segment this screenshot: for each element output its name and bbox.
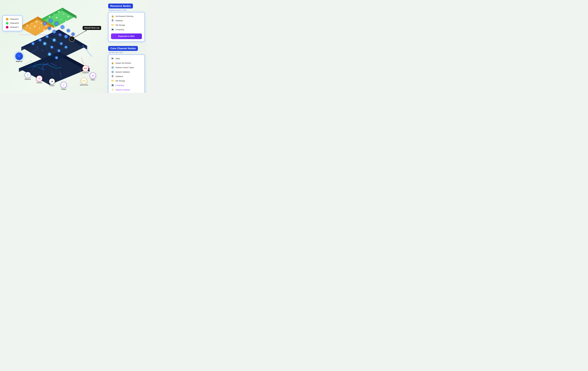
cosmos-label: Cosmos [49, 85, 54, 86]
resource-feature-3: 💻 Computing [111, 28, 142, 31]
svg-point-67 [43, 29, 45, 31]
svg-point-112 [85, 30, 86, 31]
legend-box: Channel A Channel B Channel C [2, 15, 22, 31]
core-feature-7: ⚡ Dispatch workload [111, 88, 142, 91]
resource-feature-0: 🔒 Get Reward If Working [111, 15, 142, 18]
svg-line-122 [83, 46, 92, 57]
database-icon-res: 🗄 [111, 19, 114, 22]
ethereum-label: Ethereum [25, 78, 31, 80]
svg-point-66 [39, 28, 40, 29]
core-nodes-panel: Core Channel Nodes Live since Dec. 2020 … [108, 46, 145, 93]
core-feature-5-label: File Storage [116, 80, 125, 82]
core-feature-6: 💻 Computing [111, 84, 142, 87]
svg-point-74 [63, 13, 64, 15]
core-nodes-box: 🏛 Stake 🔒 Always Get Reward ⚙️ Network C… [108, 54, 145, 93]
core-nodes-title-wrapper: Core Channel Nodes [108, 46, 145, 51]
avalanche-node: AVA Avalanche [82, 65, 89, 74]
svg-point-123 [82, 45, 84, 47]
ethereum-circle: Ξ [25, 72, 31, 78]
channel-a-label: Channel A [10, 18, 19, 20]
alephim-circle: ℵ [15, 53, 23, 60]
resource-nodes-subtitle: Expected to launch in 2021 [108, 9, 145, 11]
core-feature-7-label: Dispatch workload [116, 89, 130, 91]
polkadot-node: ⬡ Polkadot [36, 75, 42, 84]
resource-feature-1-label: Database [116, 20, 123, 21]
core-feature-4: 🗄 Database [111, 75, 142, 78]
alephim-node: ℵ aleph.im [15, 53, 23, 62]
solana-label: Solana [91, 79, 95, 81]
svg-point-59 [26, 24, 28, 26]
core-feature-1: 🔒 Always Get Reward [111, 62, 142, 64]
core-nodes-title: Core Channel Nodes [108, 46, 138, 51]
ubisoft-label: Ubisoft Strat Lab [83, 26, 101, 30]
netvalidation-icon: ⚙️ [111, 71, 114, 73]
core-feature-0: 🏛 Stake [111, 57, 142, 60]
channel-b-label: Channel B [10, 22, 19, 24]
expected-button[interactable]: Expected in 2021 [111, 33, 142, 39]
svg-point-61 [36, 21, 37, 23]
filestorage-icon-res: 📁 [111, 24, 114, 26]
main-container: Channel A Channel B Channel C [0, 0, 147, 93]
resource-feature-2-label: File Storage [116, 24, 125, 26]
svg-point-64 [30, 28, 31, 29]
computing-icon-res: 💻 [111, 28, 114, 31]
svg-point-77 [56, 17, 57, 19]
svg-point-79 [65, 20, 67, 22]
resource-feature-1: 🗄 Database [111, 19, 142, 22]
avalanche-label: Avalanche [82, 72, 89, 74]
resource-feature-3-label: Computing [116, 29, 124, 31]
polkadot-circle: ⬡ [36, 75, 42, 82]
core-feature-2: ⚙️ Network Control / Mgmt [111, 66, 142, 69]
resource-nodes-box: 🔒 Get Reward If Working 🗄 Database 📁 Fil… [108, 12, 145, 42]
binance-label: Binance Chain [80, 84, 88, 86]
resource-nodes-title: Resource Nodes [108, 3, 133, 9]
alephim-text: aleph.im [16, 61, 22, 62]
polygon-circle: ∞ [61, 82, 67, 88]
filestorage-icon-core: 📁 [111, 79, 114, 82]
ethereum-node: Ξ Ethereum [25, 72, 31, 80]
channel-b-dot [6, 22, 9, 24]
core-feature-5: 📁 File Storage [111, 79, 142, 82]
core-feature-3: ⚙️ Network Validation [111, 71, 142, 73]
core-nodes-subtitle: Live since Dec. 2020 [108, 52, 145, 53]
channel-c-label: Channel C [10, 26, 19, 28]
channel-a-dot [6, 18, 9, 21]
core-feature-3-label: Network Validation [116, 71, 130, 73]
core-feature-4-label: Database [116, 75, 123, 77]
svg-point-65 [34, 26, 36, 27]
svg-point-78 [61, 19, 62, 20]
cosmos-circle: ⊕ [49, 78, 55, 85]
solana-circle: ◎ [90, 73, 96, 79]
svg-line-119 [81, 58, 84, 64]
svg-point-71 [49, 16, 50, 17]
avalanche-circle: AVA [82, 65, 88, 72]
blockchain-visualization: ⬡ Ξ Ethereum [10, 0, 92, 90]
legend-item-a: Channel A [6, 18, 19, 21]
core-feature-1-label: Always Get Reward [116, 62, 131, 64]
resource-nodes-panel: Resource Nodes Expected to launch in 202… [108, 3, 145, 42]
svg-point-72 [54, 13, 55, 15]
svg-point-60 [31, 23, 32, 24]
cosmos-node: ⊕ Cosmos [49, 78, 55, 86]
legend-item-b: Channel B [6, 22, 19, 24]
polygon-node: ∞ Polygon [61, 82, 67, 90]
resource-feature-0-label: Get Reward If Working [116, 15, 133, 17]
core-feature-2-label: Network Control / Mgmt [116, 66, 134, 68]
core-feature-6-label: Computing [116, 84, 124, 86]
core-feature-0-label: Stake [116, 57, 120, 60]
reward-icon: 🔒 [111, 15, 114, 18]
binance-node: BNB Binance Chain [80, 78, 88, 86]
resource-feature-2: 📁 File Storage [111, 24, 142, 26]
stake-icon: 🏛 [111, 57, 114, 60]
always-reward-icon: 🔒 [111, 62, 114, 64]
binance-circle: BNB [81, 78, 87, 84]
svg-point-62 [41, 23, 42, 24]
resource-nodes-title-wrapper: Resource Nodes [108, 3, 145, 9]
polkadot-label: Polkadot [37, 82, 42, 84]
solana-node: ◎ Solana [90, 73, 96, 81]
svg-point-75 [68, 16, 69, 17]
svg-point-20 [42, 50, 43, 51]
computing-icon-core: 💻 [111, 84, 114, 87]
dispatch-icon: ⚡ [111, 88, 114, 91]
channel-c-dot [6, 26, 9, 29]
